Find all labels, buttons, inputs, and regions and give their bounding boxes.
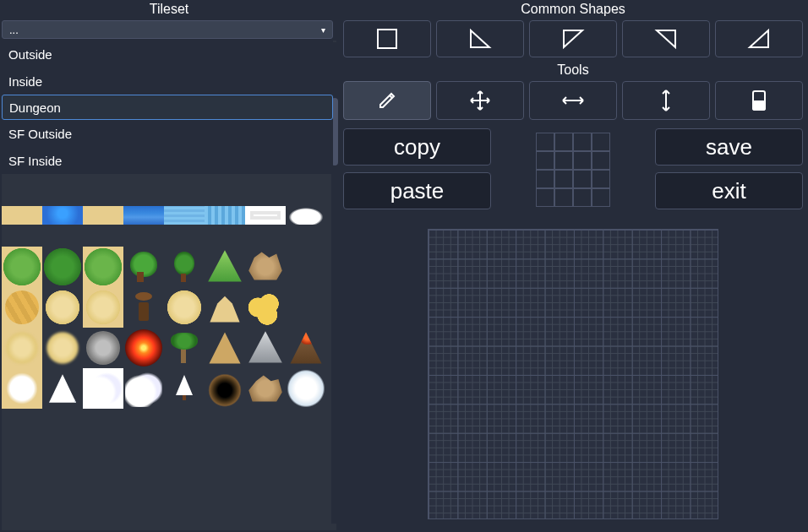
tools-row xyxy=(343,81,803,120)
tileset-title: Tileset xyxy=(0,0,338,20)
tile[interactable] xyxy=(205,206,245,225)
tile-grid xyxy=(2,206,326,409)
tile[interactable] xyxy=(164,368,205,409)
tools-title: Tools xyxy=(338,61,808,81)
tileset-dropdown-wrap: ... ▾ Outside Inside Dungeon SF Outside … xyxy=(0,20,338,39)
tile[interactable] xyxy=(123,247,164,287)
right-panel: Common Shapes Tools xyxy=(338,0,808,532)
move-icon xyxy=(468,89,492,112)
shape-triangle-br[interactable] xyxy=(715,20,803,57)
tile[interactable] xyxy=(245,206,286,225)
chevron-down-icon: ▾ xyxy=(321,25,325,35)
square-icon xyxy=(376,28,398,50)
tileset-option-dungeon[interactable]: Dungeon xyxy=(2,95,333,120)
resize-v-icon xyxy=(658,88,674,113)
triangle-br-icon xyxy=(747,28,771,50)
tileset-option-sf-outside[interactable]: SF Outside xyxy=(2,120,333,147)
tile[interactable] xyxy=(164,328,205,368)
tile[interactable] xyxy=(83,206,123,225)
save-button[interactable]: save xyxy=(655,128,803,166)
tile[interactable] xyxy=(42,206,83,225)
tool-move[interactable] xyxy=(436,81,524,120)
editor-canvas[interactable] xyxy=(428,229,718,519)
tileset-dropdown-list: Outside Inside Dungeon SF Outside SF Ins… xyxy=(2,41,333,174)
tile[interactable] xyxy=(164,247,205,287)
preview-cell xyxy=(496,128,650,211)
tool-eraser[interactable] xyxy=(715,81,803,120)
copy-button[interactable]: copy xyxy=(343,128,491,166)
tile[interactable] xyxy=(2,206,42,225)
paste-button[interactable]: paste xyxy=(343,172,491,209)
svg-marker-1 xyxy=(471,30,489,47)
svg-marker-2 xyxy=(564,30,582,47)
triangle-bl-icon xyxy=(468,28,492,50)
tile[interactable] xyxy=(286,287,326,328)
tile[interactable] xyxy=(286,247,326,287)
tool-resize-h[interactable] xyxy=(529,81,617,120)
eraser-icon xyxy=(750,89,768,112)
shape-triangle-bl[interactable] xyxy=(436,20,524,57)
tile[interactable] xyxy=(123,287,164,328)
svg-marker-3 xyxy=(657,30,675,47)
tileset-panel: Tileset ... ▾ Outside Inside Dungeon SF … xyxy=(0,0,338,532)
pencil-icon xyxy=(376,90,398,111)
tool-pencil[interactable] xyxy=(343,81,431,120)
shape-triangle-tl[interactable] xyxy=(529,20,617,57)
tileset-dropdown-value: ... xyxy=(9,24,19,36)
shape-square[interactable] xyxy=(343,20,431,57)
canvas-wrap xyxy=(338,216,808,532)
svg-rect-6 xyxy=(753,101,765,110)
preview-grid[interactable] xyxy=(536,133,610,207)
shape-triangle-tr[interactable] xyxy=(622,20,710,57)
svg-marker-4 xyxy=(750,30,768,47)
tile[interactable] xyxy=(286,206,326,225)
exit-button[interactable]: exit xyxy=(655,172,803,209)
resize-h-icon xyxy=(560,92,586,109)
tool-resize-v[interactable] xyxy=(622,81,710,120)
svg-rect-0 xyxy=(378,30,396,48)
triangle-tl-icon xyxy=(561,28,585,50)
tileset-option-inside[interactable]: Inside xyxy=(2,68,333,95)
tile[interactable] xyxy=(164,206,205,225)
tileset-dropdown[interactable]: ... ▾ xyxy=(2,20,333,39)
tileset-option-outside[interactable]: Outside xyxy=(2,41,333,68)
tileset-option-sf-inside[interactable]: SF Inside xyxy=(2,147,333,174)
common-shapes-title: Common Shapes xyxy=(338,0,808,20)
action-grid: copy save paste exit xyxy=(343,128,803,211)
common-shapes-row xyxy=(343,20,803,57)
tile[interactable] xyxy=(123,206,164,225)
triangle-tr-icon xyxy=(654,28,678,50)
